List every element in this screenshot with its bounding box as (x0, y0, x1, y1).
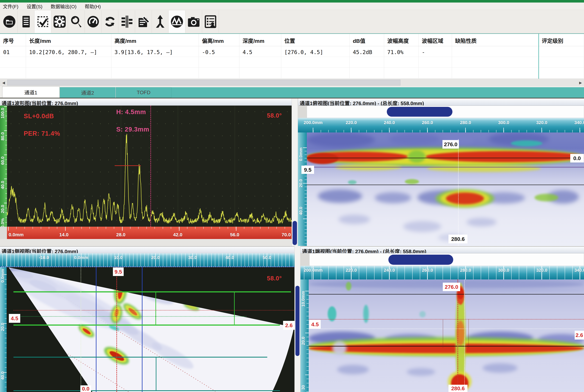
end-view-hscrollbar[interactable] (309, 253, 584, 266)
table-cell: 01 (0, 46, 26, 57)
ruler-label: -10.0 (39, 255, 49, 260)
depth-axis-label: 40.0 (0, 372, 5, 380)
refresh-cycle-button[interactable] (102, 10, 118, 33)
sector-blob (119, 278, 129, 288)
ascan-vscrollbar[interactable] (292, 98, 298, 246)
range-axis-label: 14.0 (59, 232, 69, 238)
ruler-label: 280.0 (460, 120, 471, 125)
between-panels-vscrollbar[interactable] (294, 246, 300, 392)
table-cell: 序号 (0, 34, 26, 46)
scrollbar-thumb[interactable] (7, 80, 400, 86)
heatmap-blob (511, 140, 542, 146)
tab-underline (0, 98, 584, 98)
ascan-footer (0, 239, 292, 246)
surface-depth-label: 0.0 (570, 154, 584, 162)
gate-end-line (142, 267, 143, 392)
ruler-label: 320.0 (536, 120, 547, 125)
heatmap-blob (389, 133, 440, 145)
table-row[interactable]: 0110.2[270.6, 280.7, —]3.9[13.6, 17.5, —… (0, 46, 584, 57)
height-readout: H: 4.5mm (116, 108, 146, 116)
table-cell: 71.0% (384, 46, 419, 57)
table-row[interactable] (0, 68, 584, 78)
end-view-panel-title: 通道1端视图(当前位置: 276.0mm) - (总长度: 558.0mm) (300, 246, 584, 253)
defect-depth-dotted-line (309, 328, 584, 329)
heatmap-blob (348, 180, 357, 184)
scrollbar-thumb[interactable] (293, 221, 297, 245)
settings-gear-button[interactable] (51, 10, 68, 33)
range-axis-label: 56.0 (230, 232, 239, 238)
ruler-label: 240.0 (384, 268, 395, 273)
gate-b-line (14, 324, 280, 326)
heatmap-blob (337, 365, 369, 374)
top-view-cscan (307, 132, 584, 246)
surface-line (307, 158, 584, 158)
depth-axis-label: 30 (301, 385, 306, 390)
gate-depth-label: 9.5 (113, 268, 124, 276)
settings-gear-icon (52, 14, 67, 29)
tab-filler (171, 87, 584, 98)
ruler-label: 220.0 (346, 120, 357, 125)
ruler-label: 10.0 (114, 255, 123, 260)
heatmap-blob (407, 368, 435, 376)
amplitude-axis-label: 0.0% (0, 218, 5, 228)
scrollbar-thumb[interactable] (388, 255, 453, 265)
gauge-icon (86, 14, 100, 29)
gate-setup-button[interactable] (118, 10, 135, 33)
gate-start-line (96, 267, 97, 392)
top-view-hscrollbar[interactable] (307, 106, 584, 118)
gauge-button[interactable] (85, 10, 102, 33)
table-cell (281, 68, 350, 78)
table-cell (384, 57, 419, 68)
heatmap-blob (363, 305, 369, 323)
merge-path-button[interactable] (152, 10, 169, 33)
gate-d-line (14, 390, 280, 391)
open-file-button[interactable] (1, 10, 18, 33)
defect-end-dashed-line (464, 280, 465, 392)
table-teal-separator (538, 34, 539, 79)
heatmap-blob (309, 344, 584, 353)
ruler-label: 340.0 (574, 268, 584, 273)
channel-tab[interactable]: 通道2 (60, 87, 116, 98)
scrollbar-thumb[interactable] (295, 286, 300, 356)
menu-item[interactable]: 设置(S) (27, 3, 42, 10)
position-cursor-dashed-line (457, 280, 458, 392)
ruler-label: 260.0 (422, 120, 433, 125)
table-cell: 4.5 (239, 46, 281, 57)
cursor-position-label: 276.0 (443, 282, 460, 291)
zero-position-dashed-line (81, 267, 81, 392)
scroll-left-button[interactable]: ◂ (1, 80, 7, 86)
snapshot-camera-button[interactable] (185, 10, 202, 33)
scrollbar-thumb[interactable] (387, 107, 452, 117)
report-document-button[interactable] (18, 10, 35, 33)
table-cell: 缺陷性质 (452, 34, 539, 46)
gate-c-line (14, 357, 267, 358)
table-row[interactable] (0, 57, 584, 68)
channel-tab[interactable]: 通道1 (2, 86, 60, 98)
menu-item[interactable]: 数据输出(O) (51, 3, 76, 10)
confirm-check-button[interactable] (35, 10, 51, 33)
measure-crosshair-line (115, 165, 141, 166)
menu-item[interactable]: 帮助(H) (85, 3, 101, 10)
defect-depth-label: 4.5 (309, 320, 321, 329)
confirm-check-icon (36, 14, 50, 29)
ruler-label: 200.0mm (304, 268, 323, 273)
gain-readout: SL+0.0dB (24, 112, 54, 120)
depth-axis-label: 20.0 (299, 179, 303, 188)
scroll-right-button[interactable]: ▸ (577, 80, 583, 86)
end-view-cscan (309, 280, 584, 392)
scroll-corner (300, 253, 309, 266)
menu-item[interactable]: 文件(F) (3, 3, 18, 10)
defect-report-button[interactable] (202, 10, 219, 33)
zoom-magnifier-button[interactable] (68, 10, 85, 33)
depth-axis-label: 40.0 (299, 207, 303, 215)
waveform-mode-button[interactable] (169, 10, 185, 33)
heatmap-blob (405, 179, 419, 184)
ruler-label: 280.0 (460, 268, 471, 273)
zoom-magnifier-icon (69, 14, 84, 29)
measure-box-right (468, 319, 469, 348)
heatmap-blob (318, 189, 362, 203)
channel-tab[interactable]: TOFD (116, 87, 171, 98)
annotate-note-button[interactable] (135, 10, 152, 33)
table-cell (452, 57, 539, 68)
table-hscrollbar[interactable]: ◂ ▸ (0, 79, 584, 86)
